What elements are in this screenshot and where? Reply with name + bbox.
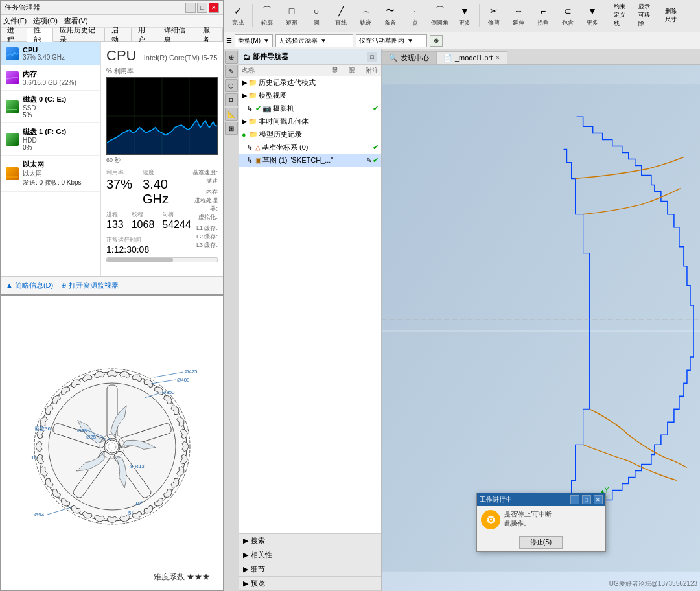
filter-add-button[interactable]: ⊕ xyxy=(430,35,443,47)
chevron-down-icon: ▼ xyxy=(263,37,270,44)
sketch-icon: ▣ xyxy=(255,157,261,164)
working-dialog-message: 是否'停止'可中断此操作。 xyxy=(504,510,552,528)
extend-label: 延伸 xyxy=(513,19,524,27)
nav-item-camera[interactable]: ↳ ✔ 📷 摄影机 ✔ xyxy=(239,102,381,115)
tool-point[interactable]: · 点 xyxy=(403,1,426,29)
svg-text:8-R13: 8-R13 xyxy=(130,463,145,469)
check-right-3: ✔ xyxy=(373,156,379,165)
model-tab-close-icon[interactable]: ✕ xyxy=(495,54,500,61)
sidebar-item-disk0[interactable]: 磁盘 0 (C: E:) SSD 5% xyxy=(1,91,100,123)
tool-line[interactable]: ╱ 直线 xyxy=(329,1,353,29)
nav-item-model-history[interactable]: ● 📁 模型历史记录 xyxy=(239,128,381,141)
tool-circle[interactable]: ○ 圆 xyxy=(305,1,328,29)
nav-item-history-mode[interactable]: ▶ 📁 历史记录迭代模式 xyxy=(239,76,381,89)
cpu-usage-sub: 37% 3.40 GHz xyxy=(23,54,95,61)
stats-row-2: 进程 133 线程 1068 句柄 54244 xyxy=(106,211,191,231)
tool-constraint-def[interactable]: 约束定义线 xyxy=(610,6,633,25)
dialog-maximize-button[interactable]: □ xyxy=(582,495,591,504)
nav-columns: 名称 显 限 附注 xyxy=(239,65,381,76)
detail-scrollbar[interactable] xyxy=(106,257,218,262)
iconbar-btn-5[interactable]: 📐 xyxy=(225,108,238,121)
scope-chevron-icon: ▼ xyxy=(407,37,414,44)
svg-rect-0 xyxy=(7,109,18,110)
tab-users[interactable]: 用户 xyxy=(132,28,158,41)
tool-trim[interactable]: ✂ 修剪 xyxy=(482,1,506,29)
sidebar-item-cpu[interactable]: CPU 37% 3.40 GHz xyxy=(1,42,100,65)
corner-icon: ⌐ xyxy=(535,3,551,19)
sidebar-item-disk1[interactable]: 磁盘 1 (F: G:) HDD 0% xyxy=(1,123,100,156)
sidebar-item-memory[interactable]: 内存 3.6/16.0 GB (22%) xyxy=(1,65,100,91)
uptime-value: 1:12:30:08 xyxy=(106,244,191,255)
nx-canvas[interactable]: Y 工作进行中 xyxy=(382,65,700,591)
profile-icon: ⌒ xyxy=(259,3,275,19)
minimize-button[interactable]: ─ xyxy=(185,3,196,13)
dialog-close-button[interactable]: ✕ xyxy=(594,495,603,504)
dialog-minimize-button[interactable]: ─ xyxy=(570,495,579,504)
close-button[interactable]: ✕ xyxy=(209,3,219,13)
tool-more-1[interactable]: ▼ 更多 xyxy=(453,1,476,29)
filter-value-select[interactable]: 无选择过滤器 ▼ xyxy=(275,34,353,47)
open-monitor-link[interactable]: ⊕ 打开资源监视器 xyxy=(61,281,119,290)
col-name: 名称 xyxy=(242,66,255,75)
nav-item-model-views[interactable]: ▶ 📁 模型视图 xyxy=(239,89,381,102)
point-label: 点 xyxy=(412,19,418,27)
nav-item-non-ts-geo[interactable]: ▶ 📁 非时间戳几何体 xyxy=(239,115,381,128)
nav-section-detail[interactable]: ▶ 细节 xyxy=(239,562,381,577)
tool-arc[interactable]: ⌢ 轨迹 xyxy=(354,1,377,29)
tool-show-removable[interactable]: 显示可移除 xyxy=(635,6,658,25)
iconbar-btn-2[interactable]: ✎ xyxy=(225,65,238,78)
compact-view-link[interactable]: ▲ 简略信息(D) xyxy=(6,281,53,290)
tab-startup[interactable]: 启动 xyxy=(105,28,132,41)
nav-item-sketch[interactable]: ↳ ▣ 草图 (1) "SKETCH_..." ✎ ✔ xyxy=(239,154,381,167)
scope-select[interactable]: 仅在活动草图内 ▼ xyxy=(356,34,427,47)
sidebar-item-network[interactable]: 以太网 以太网 发送: 0 接收: 0 Kbps xyxy=(1,156,100,192)
tab-process[interactable]: 进程 xyxy=(1,28,27,41)
expand-icon-1: ▶ xyxy=(242,78,247,87)
tool-corner[interactable]: ⌐ 拐角 xyxy=(531,1,555,29)
nav-section-preview[interactable]: ▶ 预览 xyxy=(239,577,381,591)
disk1-type: HDD xyxy=(23,137,95,144)
tool-fillet[interactable]: ⌒ 倒圆角 xyxy=(428,1,452,29)
tool-extend[interactable]: ↔ 延伸 xyxy=(507,1,530,29)
spline-icon: 〜 xyxy=(382,3,398,19)
discovery-icon: 🔍 xyxy=(389,54,398,62)
tab-history[interactable]: 应用历史记录 xyxy=(53,28,105,41)
iconbar-btn-6[interactable]: ⊞ xyxy=(225,122,238,135)
cpu-stats-left: 利用率 37% 速度 3.40 GHz 进程 133 xyxy=(106,168,191,255)
iconbar-btn-3[interactable]: ⬡ xyxy=(225,79,238,92)
net-mini xyxy=(6,167,19,180)
tool-delete-dim[interactable]: 删除尺寸 xyxy=(659,6,682,25)
tool-spline[interactable]: 〜 条条 xyxy=(379,1,402,29)
tool-include[interactable]: ⊂ 包含 xyxy=(556,1,579,29)
tool-profile[interactable]: ⌒ 轮廓 xyxy=(255,1,279,29)
tab-model[interactable]: 📄 _model1.prt ✕ xyxy=(436,51,508,64)
nav-item-datum-csys[interactable]: ↳ △ 基准坐标系 (0) ✔ xyxy=(239,141,381,154)
cpu-stats-area: 利用率 37% 速度 3.40 GHz 进程 133 xyxy=(106,168,218,255)
speed-label: 速度 xyxy=(143,168,191,177)
iconbar-btn-4[interactable]: ⚙ xyxy=(225,93,238,106)
tab-details[interactable]: 详细信息 xyxy=(158,28,196,41)
sketch-edit-icon: ✎ xyxy=(366,157,371,164)
nav-section-relevance[interactable]: ▶ 相关性 xyxy=(239,548,381,562)
extend-icon: ↔ xyxy=(511,3,526,19)
nav-tree: ▶ 📁 历史记录迭代模式 ▶ 📁 模型视图 ↳ ✔ 📷 摄影机 ✔ xyxy=(239,76,381,533)
include-label: 包含 xyxy=(562,19,574,27)
l2-cache: L2 缓存: xyxy=(191,233,218,241)
tool-more-2[interactable]: ▼ 更多 xyxy=(581,1,604,29)
nav-item-text-3: 摄影机 xyxy=(273,104,294,113)
nav-header-icon: 🗂 xyxy=(243,53,250,61)
iconbar-btn-1[interactable]: ⊕ xyxy=(225,51,238,64)
maximize-button[interactable]: □ xyxy=(197,3,207,13)
watermark-text: UG爱好者论坛@13735562123 xyxy=(609,579,697,588)
tool-rect[interactable]: □ 矩形 xyxy=(280,1,303,29)
tab-discovery[interactable]: 🔍 发现中心 xyxy=(382,51,436,64)
tab-services[interactable]: 服务 xyxy=(196,28,223,41)
type-filter-select[interactable]: 类型(M) ▼ xyxy=(235,34,273,47)
stop-button[interactable]: 停止(S) xyxy=(519,536,563,549)
nx-viewport: 🔍 发现中心 📄 _model1.prt ✕ xyxy=(382,49,700,591)
nav-collapse-button[interactable]: □ xyxy=(367,52,377,62)
tab-performance[interactable]: 性能 xyxy=(27,28,54,42)
svg-text:Ø400: Ø400 xyxy=(177,377,190,383)
nav-section-search[interactable]: ▶ 搜索 xyxy=(239,534,381,548)
tool-complete[interactable]: ✓ 完成 xyxy=(226,1,250,29)
